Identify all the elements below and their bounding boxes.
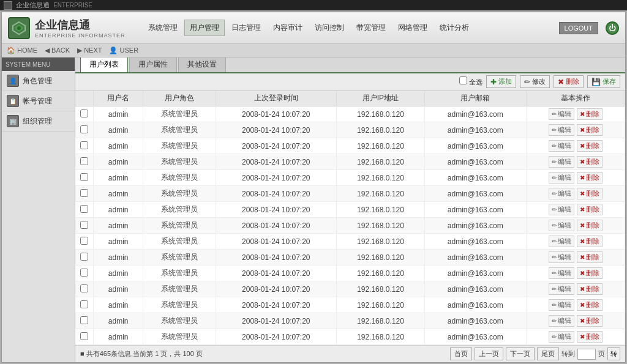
row-delete-button[interactable]: ✖ 删除	[577, 188, 603, 199]
row-edit-button[interactable]: ✏ 编辑	[549, 267, 574, 279]
row-ip: 192.168.0.120	[336, 186, 424, 202]
row-edit-button[interactable]: ✏ 编辑	[549, 156, 574, 168]
prev-page-button[interactable]: 上一页	[475, 347, 503, 360]
row-delete-button[interactable]: ✖ 删除	[577, 251, 603, 263]
row-checkbox-cell[interactable]	[75, 250, 94, 266]
row-edit-button[interactable]: ✏ 编辑	[549, 172, 574, 184]
nav-bandwidth[interactable]: 带宽管理	[351, 20, 391, 36]
row-edit-button[interactable]: ✏ 编辑	[549, 236, 574, 247]
select-all-label[interactable]: 全选	[459, 76, 482, 87]
row-edit-button[interactable]: ✏ 编辑	[549, 140, 574, 152]
row-checkbox-cell[interactable]	[75, 122, 94, 138]
row-checkbox[interactable]	[80, 253, 88, 261]
tab-other-settings[interactable]: 其他设置	[178, 58, 226, 72]
row-ip: 192.168.0.120	[336, 170, 424, 186]
row-edit-button[interactable]: ✏ 编辑	[549, 220, 574, 231]
sidebar-item-org[interactable]: 🏢 组织管理	[2, 111, 75, 132]
row-checkbox-cell[interactable]	[75, 329, 94, 345]
row-edit-button[interactable]: ✏ 编辑	[549, 251, 574, 263]
row-checkbox[interactable]	[80, 110, 88, 117]
row-delete-button[interactable]: ✖ 删除	[577, 299, 603, 311]
add-button[interactable]: ✚ 添加	[486, 75, 516, 88]
row-delete-button[interactable]: ✖ 删除	[577, 140, 603, 152]
nav-audit[interactable]: 内容审计	[268, 20, 308, 36]
row-delete-button[interactable]: ✖ 删除	[577, 267, 603, 279]
page-input[interactable]	[577, 349, 596, 360]
nav-log[interactable]: 日志管理	[226, 20, 266, 36]
nav-next[interactable]: ▶ NEXT	[77, 46, 102, 54]
row-edit-button[interactable]: ✏ 编辑	[549, 124, 574, 136]
row-delete-button[interactable]: ✖ 删除	[577, 204, 603, 215]
row-edit-button[interactable]: ✏ 编辑	[549, 188, 574, 199]
tab-user-attr[interactable]: 用户属性	[129, 58, 177, 72]
row-checkbox-cell[interactable]	[75, 138, 94, 154]
nav-user-sub[interactable]: 👤 USER	[109, 46, 138, 54]
row-checkbox[interactable]	[80, 284, 88, 292]
table-row: admin 系统管理员 2008-01-24 10:07:20 192.168.…	[75, 170, 625, 186]
row-checkbox[interactable]	[80, 332, 88, 340]
row-checkbox[interactable]	[80, 141, 88, 149]
row-delete-button[interactable]: ✖ 删除	[577, 315, 603, 327]
row-edit-button[interactable]: ✏ 编辑	[549, 283, 574, 295]
row-checkbox-cell[interactable]	[75, 186, 94, 202]
row-role: 系统管理员	[143, 202, 216, 218]
row-checkbox[interactable]	[80, 125, 88, 133]
nav-user[interactable]: 用户管理	[184, 20, 225, 36]
row-checkbox-cell[interactable]	[75, 281, 94, 297]
row-checkbox-cell[interactable]	[75, 218, 94, 234]
save-button[interactable]: 💾 保存	[587, 75, 620, 88]
edit-button[interactable]: ✏ 修改	[520, 75, 550, 88]
row-checkbox[interactable]	[80, 221, 88, 229]
row-edit-button[interactable]: ✏ 编辑	[549, 331, 574, 343]
content-area: SYSTEM MENU 👤 角色管理 📋 帐号管理 🏢 组织管理	[2, 58, 625, 362]
row-actions: ✏ 编辑 ✖ 删除	[526, 202, 625, 218]
logout-button[interactable]: LOGOUT	[559, 22, 598, 34]
row-checkbox-cell[interactable]	[75, 170, 94, 186]
go-button[interactable]: 转	[607, 347, 620, 360]
nav-back[interactable]: ◀ BACK	[45, 46, 70, 54]
row-checkbox-cell[interactable]	[75, 266, 94, 281]
row-edit-button[interactable]: ✏ 编辑	[549, 204, 574, 215]
row-delete-button[interactable]: ✖ 删除	[577, 124, 603, 136]
row-delete-button[interactable]: ✖ 删除	[577, 331, 603, 343]
row-delete-button[interactable]: ✖ 删除	[577, 172, 603, 184]
row-checkbox[interactable]	[80, 157, 88, 165]
row-checkbox-cell[interactable]	[75, 154, 94, 170]
nav-access[interactable]: 访问控制	[309, 20, 350, 36]
row-edit-button[interactable]: ✏ 编辑	[549, 108, 574, 120]
next-page-button[interactable]: 下一页	[506, 347, 535, 360]
row-checkbox-cell[interactable]	[75, 234, 94, 250]
row-checkbox-cell[interactable]	[75, 313, 94, 329]
row-edit-button[interactable]: ✏ 编辑	[549, 299, 574, 311]
row-edit-button[interactable]: ✏ 编辑	[549, 315, 574, 327]
sidebar-roles-label: 角色管理	[23, 76, 52, 86]
row-checkbox[interactable]	[80, 173, 88, 181]
row-checkbox[interactable]	[80, 237, 88, 245]
nav-system[interactable]: 系统管理	[143, 20, 183, 36]
tab-user-list[interactable]: 用户列表	[80, 58, 128, 72]
row-checkbox[interactable]	[80, 300, 88, 308]
row-checkbox[interactable]	[80, 269, 88, 277]
row-delete-button[interactable]: ✖ 删除	[577, 220, 603, 231]
row-checkbox[interactable]	[80, 205, 88, 213]
first-page-button[interactable]: 首页	[450, 347, 472, 360]
last-page-button[interactable]: 尾页	[537, 347, 559, 360]
power-button[interactable]: ⏻	[606, 21, 619, 35]
delete-button[interactable]: ✖ 删除	[554, 75, 584, 88]
nav-network[interactable]: 网络管理	[392, 20, 433, 36]
row-delete-button[interactable]: ✖ 删除	[577, 236, 603, 247]
sidebar-item-roles[interactable]: 👤 角色管理	[2, 71, 75, 91]
row-checkbox-cell[interactable]	[75, 106, 94, 122]
select-all-checkbox[interactable]	[459, 76, 467, 84]
row-checkbox[interactable]	[80, 189, 88, 197]
nav-stats[interactable]: 统计分析	[434, 20, 475, 36]
row-checkbox-cell[interactable]	[75, 297, 94, 313]
edit-row-icon: ✏	[552, 127, 557, 133]
row-checkbox-cell[interactable]	[75, 202, 94, 218]
row-delete-button[interactable]: ✖ 删除	[577, 156, 603, 168]
row-delete-button[interactable]: ✖ 删除	[577, 283, 603, 295]
row-delete-button[interactable]: ✖ 删除	[577, 108, 603, 120]
nav-home[interactable]: 🏠 HOME	[7, 46, 37, 54]
sidebar-item-accounts[interactable]: 📋 帐号管理	[2, 91, 75, 111]
row-checkbox[interactable]	[80, 316, 88, 324]
